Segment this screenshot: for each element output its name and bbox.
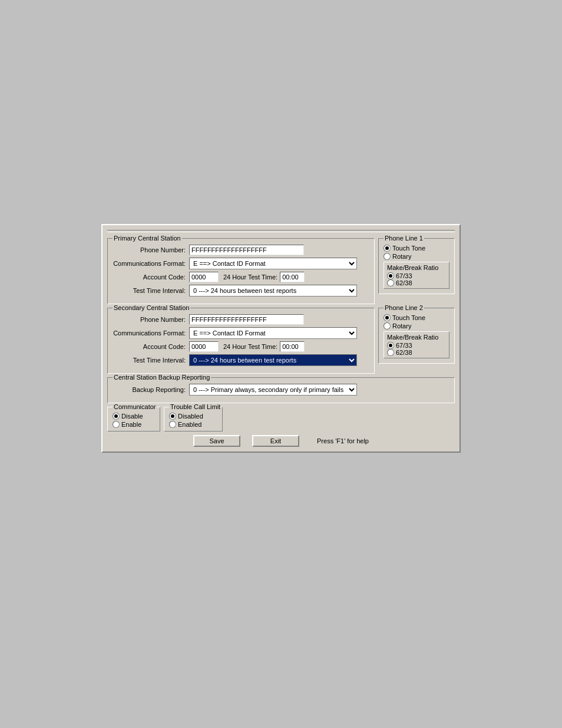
trouble-disabled-indicator: [169, 413, 176, 420]
secondary-comm-format-select[interactable]: E ==> Contact ID Format: [189, 327, 357, 339]
communicator-section: Communicator Disable Enable: [107, 407, 160, 431]
phone-line1-touchtone-label: Touch Tone: [392, 245, 425, 252]
phone-line2-make-break-title: Make/Break Ratio: [387, 334, 446, 341]
secondary-station-section: Secondary Central Station Phone Number: …: [107, 308, 375, 374]
help-text: Press 'F1' for help: [317, 437, 369, 444]
phone-line1-make-break-title: Make/Break Ratio: [387, 264, 446, 271]
primary-phone-label: Phone Number:: [113, 246, 189, 253]
backup-reporting-label: Backup Reporting:: [113, 386, 189, 393]
secondary-account-label: Account Code:: [113, 343, 189, 350]
primary-station-title: Primary Central Station: [113, 235, 182, 242]
secondary-hour-test-input[interactable]: [280, 341, 305, 352]
phone-line2-rotary-indicator: [384, 322, 391, 330]
secondary-phone-label: Phone Number:: [113, 316, 189, 323]
primary-phone-input[interactable]: [189, 245, 304, 255]
backup-reporting-title: Central Station Backup Reporting: [113, 374, 211, 381]
phone-line2-touchtone-label: Touch Tone: [392, 314, 425, 321]
phone-line2-6238-radio[interactable]: 62/38: [387, 349, 446, 356]
phone-line1-touchtone-indicator: [384, 245, 391, 252]
phone-line1-rotary-radio[interactable]: Rotary: [384, 253, 449, 260]
phone-line2-6238-label: 62/38: [396, 349, 412, 356]
exit-button[interactable]: Exit: [252, 435, 299, 447]
communicator-disable-label: Disable: [121, 413, 143, 420]
secondary-comm-format-label: Communications Format:: [113, 330, 189, 337]
secondary-hour-test-label: 24 Hour Test Time:: [223, 343, 277, 350]
communicator-disable-radio[interactable]: Disable: [113, 413, 155, 420]
communicator-enable-radio[interactable]: Enable: [113, 421, 155, 428]
phone-line2-6733-indicator: [387, 342, 394, 349]
trouble-disabled-radio[interactable]: Disabled: [169, 413, 217, 420]
phone-line2-rotary-label: Rotary: [392, 322, 411, 330]
phone-line2-6733-radio[interactable]: 67/33: [387, 342, 446, 349]
phone-line1-6238-indicator: [387, 279, 394, 286]
phone-line2-6733-label: 67/33: [396, 342, 412, 349]
communicator-title: Communicator: [113, 403, 157, 410]
secondary-interval-select[interactable]: 0 ---> 24 hours between test reports: [189, 354, 357, 366]
phone-line2-touchtone-radio[interactable]: Touch Tone: [384, 314, 449, 321]
phone-line2-6238-indicator: [387, 349, 394, 356]
phone-line1-6238-label: 62/38: [396, 279, 412, 286]
phone-line1-6733-radio[interactable]: 67/33: [387, 272, 446, 279]
phone-line1-section: Phone Line 1 Touch Tone Rotary Make/Brea…: [378, 238, 455, 294]
phone-line2-touchtone-indicator: [384, 314, 391, 321]
main-dialog: Primary Central Station Phone Number: Co…: [101, 224, 461, 453]
phone-line1-make-break-box: Make/Break Ratio 67/33 62/38: [384, 262, 449, 289]
bottom-row: Communicator Disable Enable Trouble Call…: [107, 407, 455, 431]
communicator-enable-indicator: [113, 421, 120, 428]
phone-line1-6733-label: 67/33: [396, 272, 412, 279]
secondary-interval-label: Test Time Interval:: [113, 357, 189, 364]
primary-station-section: Primary Central Station Phone Number: Co…: [107, 238, 375, 304]
phone-line1-touchtone-radio[interactable]: Touch Tone: [384, 245, 449, 252]
trouble-call-limit-section: Trouble Call Limit Disabled Enabled: [164, 407, 223, 431]
backup-reporting-select[interactable]: 0 ---> Primary always, secondary only if…: [189, 384, 357, 396]
backup-reporting-section: Central Station Backup Reporting Backup …: [107, 377, 455, 403]
secondary-account-input[interactable]: [189, 341, 219, 352]
communicator-enable-label: Enable: [121, 421, 141, 428]
phone-line2-section: Phone Line 2 Touch Tone Rotary Make/Brea…: [378, 308, 455, 364]
trouble-enabled-radio[interactable]: Enabled: [169, 421, 217, 428]
primary-hour-test-input[interactable]: [280, 272, 305, 282]
phone-line1-6733-indicator: [387, 272, 394, 279]
secondary-phone-input[interactable]: [189, 314, 304, 325]
trouble-call-limit-title: Trouble Call Limit: [169, 403, 222, 410]
phone-line1-6238-radio[interactable]: 62/38: [387, 279, 446, 286]
primary-interval-label: Test Time Interval:: [113, 287, 189, 294]
phone-line1-rotary-label: Rotary: [392, 253, 411, 260]
primary-interval-select[interactable]: 0 ---> 24 hours between test reports: [189, 285, 357, 297]
phone-line1-rotary-indicator: [384, 253, 391, 260]
secondary-station-title: Secondary Central Station: [113, 304, 190, 311]
trouble-enabled-label: Enabled: [178, 421, 201, 428]
primary-account-input[interactable]: [189, 272, 219, 282]
communicator-disable-indicator: [113, 413, 120, 420]
phone-line2-rotary-radio[interactable]: Rotary: [384, 322, 449, 330]
primary-comm-format-label: Communications Format:: [113, 260, 189, 267]
trouble-disabled-label: Disabled: [178, 413, 203, 420]
phone-line2-title: Phone Line 2: [384, 304, 424, 311]
trouble-enabled-indicator: [169, 421, 176, 428]
phone-line2-make-break-box: Make/Break Ratio 67/33 62/38: [384, 331, 449, 358]
button-row: Save Exit Press 'F1' for help: [107, 435, 455, 447]
primary-account-label: Account Code:: [113, 274, 189, 281]
primary-comm-format-select[interactable]: E ==> Contact ID Format: [189, 258, 357, 269]
primary-hour-test-label: 24 Hour Test Time:: [223, 274, 277, 281]
phone-line1-title: Phone Line 1: [384, 235, 424, 242]
save-button[interactable]: Save: [193, 435, 240, 447]
